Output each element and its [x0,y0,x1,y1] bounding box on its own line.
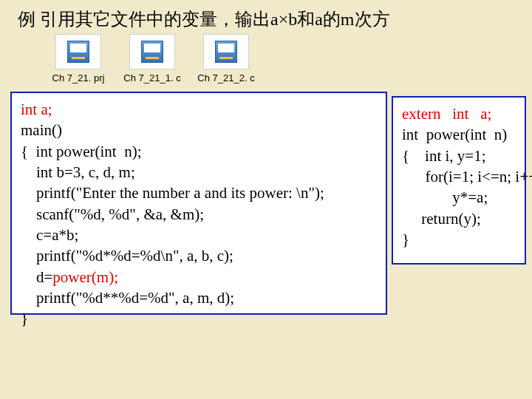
code-line: printf("%d*%d=%d\n", a, b, c); [21,247,233,265]
code-power: extern int a; int power(int n) { int i, … [402,103,516,250]
code-line: { int i, y=1; [402,147,486,165]
slide-title: 例 引用其它文件中的变量，输出a×b和a的m次方 [18,7,390,31]
file-item-prj: Ch 7_21. prj [44,34,112,83]
file-label: Ch 7_21_1. c [123,72,180,83]
code-main: int a; main() { int power(int n); int b=… [21,99,377,330]
main-source-box: int a; main() { int power(int n); int b=… [10,92,387,315]
file-icon [129,34,175,69]
document-icon [67,41,89,63]
code-line: printf("Enter the number a and its power… [21,184,324,202]
code-line: int b=3, c, d, m; [21,163,135,181]
code-line: { int power(int n); [21,143,141,160]
file-label: Ch 7_21. prj [52,72,105,83]
code-line: main() [21,121,62,139]
code-line: } [21,310,28,327]
file-item-c1: Ch 7_21_1. c [118,34,186,83]
file-label: Ch 7_21_2. c [197,72,254,83]
code-line: printf("%d**%d=%d", a, m, d); [21,289,234,307]
file-icon [203,34,249,69]
code-line: } [402,231,409,248]
file-item-c2: Ch 7_21_2. c [192,34,260,83]
code-line: int power(int n) [402,126,507,143]
code-line: c=a*b; [21,226,78,244]
code-line: y*=a; [402,188,488,206]
power-source-box: extern int a; int power(int n) { int i, … [392,96,526,265]
code-line: int a; [21,100,52,118]
code-call-power: power(m); [52,268,118,286]
code-line: extern int a; [402,105,491,123]
code-line: scanf("%d, %d", &a, &m); [21,205,204,223]
document-icon [141,41,163,63]
document-icon [215,41,237,63]
multiply-symbol: × [279,10,289,29]
file-icons-row: Ch 7_21. prj Ch 7_21_1. c Ch 7_21_2. c [44,34,260,83]
title-text-pre: 例 引用其它文件中的变量，输出a [18,10,279,29]
title-text-post: b和a的m次方 [288,10,389,29]
code-line: for(i=1; i<=n; i++) [402,168,532,185]
file-icon [55,34,101,69]
code-line: return(y); [402,210,481,228]
code-line: d= [21,268,52,286]
